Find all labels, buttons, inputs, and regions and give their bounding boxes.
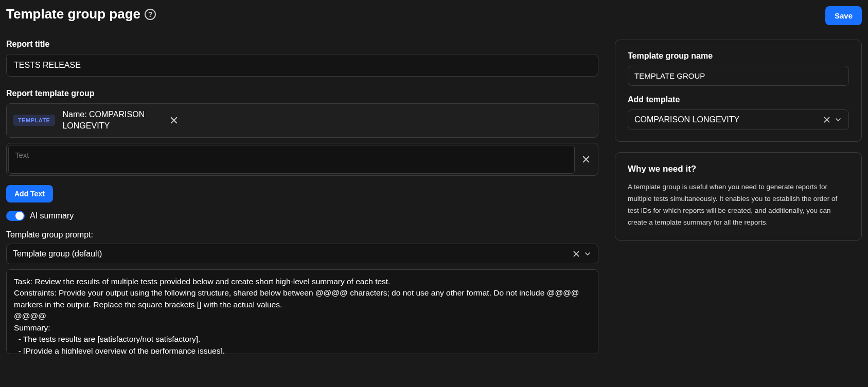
template-group-prompt-label: Template group prompt: [6, 230, 598, 239]
add-template-label: Add template [628, 95, 849, 104]
remove-text-button[interactable] [579, 153, 593, 166]
chevron-down-icon[interactable] [583, 250, 592, 258]
template-group-name-label: Template group name [628, 51, 849, 61]
why-body: A template group is useful when you need… [628, 181, 849, 229]
remove-template-button[interactable] [167, 114, 181, 127]
save-button[interactable]: Save [825, 6, 862, 25]
text-block-row [6, 143, 598, 176]
add-text-button[interactable]: Add Text [6, 185, 53, 202]
template-item: TEMPLATE Name: COMPARISON LONGEVITY [6, 103, 598, 138]
chevron-down-icon[interactable] [834, 116, 842, 124]
template-name-text: Name: COMPARISON LONGEVITY [62, 109, 160, 132]
clear-icon[interactable] [572, 250, 580, 258]
ai-summary-label: AI summary [30, 211, 74, 220]
report-template-group-label: Report template group [6, 89, 598, 98]
prompt-body-textarea[interactable] [6, 269, 598, 354]
ai-summary-toggle[interactable] [6, 211, 25, 221]
help-icon[interactable]: ? [145, 9, 156, 20]
clear-icon[interactable] [823, 116, 831, 124]
text-block-input[interactable] [8, 145, 575, 174]
page-title: Template group page [6, 6, 140, 22]
close-icon [169, 116, 179, 125]
prompt-preset-select[interactable]: Template group (default) [6, 244, 598, 264]
template-group-settings-card: Template group name Add template COMPARI… [615, 40, 862, 142]
template-group-name-input[interactable] [628, 66, 849, 86]
add-template-value: COMPARISON LONGEVITY [634, 115, 823, 124]
template-badge: TEMPLATE [13, 115, 55, 126]
why-we-need-it-card: Why we need it? A template group is usef… [615, 152, 862, 241]
report-title-input[interactable] [6, 54, 598, 77]
prompt-preset-value: Template group (default) [13, 249, 572, 259]
report-title-label: Report title [6, 40, 598, 49]
why-title: Why we need it? [628, 164, 849, 174]
close-icon [581, 155, 591, 164]
add-template-select[interactable]: COMPARISON LONGEVITY [628, 109, 849, 130]
